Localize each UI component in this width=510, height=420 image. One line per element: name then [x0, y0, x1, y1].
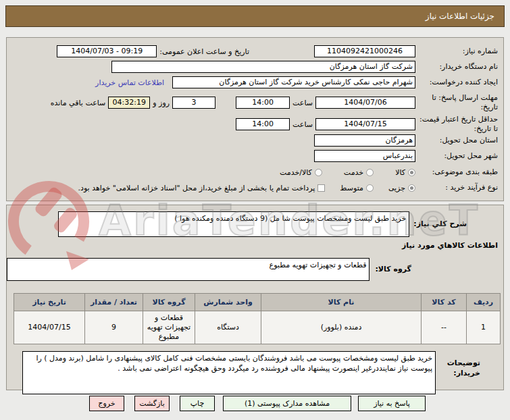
classification-row: طبقه بندی موضوعی: کالا خدمت کالا/خدمت	[12, 167, 498, 177]
buyer-contact-link[interactable]: اطلاعات تماس خریدار	[95, 78, 164, 87]
view-attachments-button[interactable]: مشاهده مدارک پیوستی (1)	[223, 396, 351, 411]
deadline-hour-label: ساعت	[292, 99, 313, 107]
province-row: استان محل تحویل: هرمزگان	[12, 134, 498, 147]
col-header-unit: واحد شمارش	[195, 294, 261, 311]
print-button[interactable]: چاپ	[180, 396, 215, 411]
cell-unit: دستگاه	[195, 311, 261, 344]
price-validity-label: حداقل تاریخ اعتبار قیمت: تا تاریخ:	[418, 115, 498, 134]
process-type-row: نوع فرآیند خرید : جزیی متوسط پرداخت تمام…	[12, 183, 498, 192]
cell-row-number: 1	[467, 311, 501, 344]
validity-time-field[interactable]: 14:00	[236, 118, 290, 130]
goods-group-label: گروه کالا:	[375, 265, 411, 273]
creator-label: ایجاد کننده درخواست:	[418, 78, 498, 87]
need-number-field[interactable]: 1104092421000246	[314, 45, 415, 57]
classification-label: طبقه بندی موضوعی:	[418, 167, 498, 177]
buyer-notes-label: توضیحات خریدار:	[438, 358, 480, 378]
process-type-label: نوع فرآیند خرید :	[418, 183, 498, 192]
buyer-notes-textarea[interactable]: خرید طبق لیست ومشخصات پیوست می باشد فروش…	[22, 351, 436, 394]
table-row: 1 -- دمنده (بلوور) دستگاه قطعات و تجهیزا…	[14, 311, 501, 344]
deadline-time-field[interactable]: 14:00	[236, 97, 290, 109]
col-header-quantity: تعداد / مقدار	[85, 294, 143, 311]
classification-goods-label: کالا	[395, 168, 405, 177]
classification-service-label: خدمت	[344, 168, 363, 177]
table-header-row: ردیف کد کالا نام کالا واحد شمارش گروه کا…	[14, 294, 501, 311]
col-header-goods-code: کد کالا	[422, 294, 467, 311]
buyer-org-row: نام دستگاه خریدار: شرکت گاز استان هرمزگا…	[12, 61, 498, 73]
need-desc-textarea[interactable]: خرید طبق لیست ومشخصات پیوست شا مل (9 دست…	[58, 211, 409, 237]
province-label: استان محل تحویل:	[418, 136, 498, 145]
classification-goods-service-label: کالا/خدمت	[280, 168, 312, 177]
goods-group-textarea[interactable]: قطعات و تجهیزات تهویه مطبوع	[7, 258, 369, 281]
action-buttons: پاسخ به نیاز مشاهده مدارک پیوستی (1) چاپ…	[89, 396, 426, 411]
col-header-row-number: ردیف	[467, 294, 501, 311]
goods-group-row: گروه کالا: قطعات و تجهیزات تهویه مطبوع	[7, 258, 411, 281]
cell-goods-group: قطعات و تجهیزات تهویه مطبوع	[143, 311, 195, 344]
cell-goods-name: دمنده (بلوور)	[261, 311, 422, 344]
province-field[interactable]: هرمزگان	[314, 134, 415, 147]
back-button[interactable]: بازگشت	[134, 396, 170, 411]
col-header-goods-group: گروه کالا	[143, 294, 195, 311]
cell-need-date: 1404/07/15	[14, 311, 85, 344]
buyer-org-field[interactable]: شرکت گاز استان هرمزگان	[111, 61, 415, 73]
announce-datetime-label: تاریخ و ساعت اعلان عمومی:	[159, 47, 249, 56]
need-details-page: جزئیات اطلاعات نیاز شماره نیاز: 11040924…	[0, 0, 510, 420]
deadline-label: مهلت ارسال پاسخ: تا تاریخ:	[418, 93, 498, 112]
process-medium-radio[interactable]	[366, 184, 374, 192]
need-desc-row: شرح كلي نياز: خرید طبق لیست ومشخصات پیوس…	[7, 211, 467, 237]
col-header-goods-name: نام کالا	[261, 294, 422, 311]
cell-goods-code: --	[422, 311, 467, 344]
process-minor-label: جزیی	[388, 184, 405, 192]
city-row: شهر محل تحویل: بندرعباس	[12, 150, 498, 162]
creator-field[interactable]: شهرام حاجی نمکی کارشناس خرید شرکت گاز اس…	[172, 76, 415, 88]
hours-remaining-label: ساعت باقي مانده	[51, 99, 106, 107]
city-field[interactable]: بندرعباس	[314, 150, 415, 162]
days-and-label: روز و	[153, 99, 170, 107]
validity-date-field[interactable]: 1404/07/15	[315, 118, 415, 130]
deadline-row: مهلت ارسال پاسخ: تا تاریخ: 1404/07/06 سا…	[12, 93, 498, 113]
city-label: شهر محل تحویل:	[418, 151, 498, 161]
process-medium-label: متوسط	[340, 184, 363, 192]
goods-info-header: اطلاعات كالاهاي مورد نياز	[12, 241, 498, 250]
treasury-payment-label: پرداخت تمام یا بخشی از مبلغ خرید،از محل …	[78, 184, 315, 192]
countdown-timer-field[interactable]: 04:32:19	[108, 97, 150, 109]
announce-datetime-field[interactable]: 1404/07/03 - 09:19	[57, 45, 157, 57]
classification-goods-radio[interactable]	[408, 169, 415, 176]
need-info-panel: شماره نیاز: 1104092421000246 تاریخ و ساع…	[6, 37, 504, 201]
deadline-date-field[interactable]: 1404/07/06	[315, 97, 415, 109]
classification-service-radio[interactable]	[366, 169, 374, 176]
need-number-label: شماره نیاز:	[418, 47, 498, 56]
validity-hour-label: ساعت	[292, 120, 313, 129]
goods-table: ردیف کد کالا نام کالا واحد شمارش گروه کا…	[14, 293, 501, 344]
buyer-notes-row: توضیحات خریدار: خرید طبق لیست ومشخصات پی…	[7, 351, 480, 394]
respond-to-need-button[interactable]: پاسخ به نیاز	[358, 396, 426, 411]
treasury-payment-checkbox[interactable]	[317, 184, 325, 192]
buyer-org-label: نام دستگاه خریدار:	[418, 62, 498, 72]
price-validity-row: حداقل تاریخ اعتبار قیمت: تا تاریخ: 1404/…	[12, 114, 498, 134]
creator-row: ایجاد کننده درخواست: شهرام حاجی نمکی کار…	[12, 76, 498, 88]
need-number-row: شماره نیاز: 1104092421000246 تاریخ و ساع…	[12, 45, 498, 57]
remaining-days-field[interactable]: 3	[172, 97, 215, 109]
process-minor-radio[interactable]	[408, 184, 415, 192]
goods-panel: شرح كلي نياز: خرید طبق لیست ومشخصات پیوس…	[6, 205, 504, 390]
cell-quantity: 9	[85, 311, 143, 344]
classification-goods-service-radio[interactable]	[315, 169, 322, 176]
exit-button[interactable]: خروج	[89, 396, 124, 411]
page-title: جزئیات اطلاعات نیاز	[5, 5, 505, 27]
need-desc-label: شرح كلي نياز:	[413, 219, 467, 228]
col-header-need-date: تاریخ نیاز	[14, 294, 85, 311]
